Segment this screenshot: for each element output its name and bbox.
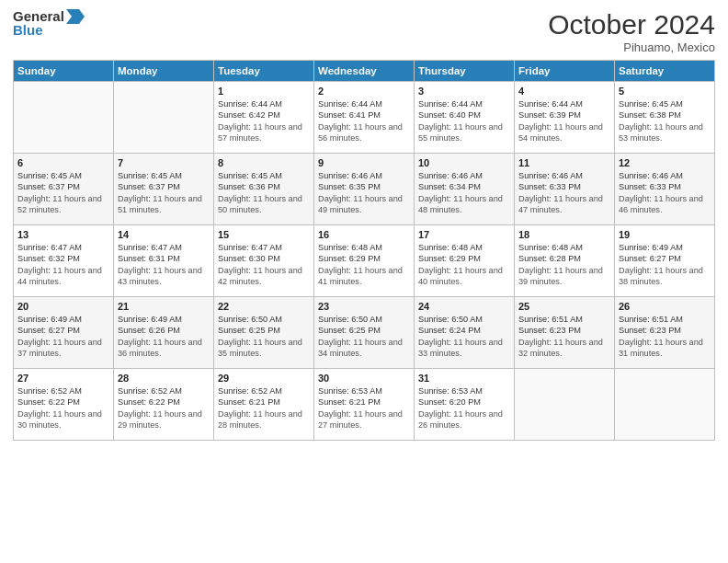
header: General Blue October 2024 Pihuamo, Mexic… [13, 9, 715, 54]
day-info-line: Sunrise: 6:47 AM [118, 242, 210, 253]
day-info-line: Sunset: 6:29 PM [318, 253, 410, 264]
day-info-line: Sunrise: 6:51 AM [518, 314, 610, 325]
day-number: 12 [619, 157, 711, 168]
day-info-line: Sunrise: 6:46 AM [518, 170, 610, 181]
week-row: 27Sunrise: 6:52 AMSunset: 6:22 PMDayligh… [14, 369, 715, 441]
weekday-header: Monday [114, 61, 214, 82]
svg-marker-0 [66, 9, 85, 24]
day-info-line: Sunrise: 6:50 AM [318, 314, 410, 325]
day-number: 15 [218, 229, 310, 240]
day-info-line: Sunset: 6:25 PM [318, 325, 410, 336]
day-info-line: Sunrise: 6:52 AM [17, 385, 109, 396]
day-number: 18 [518, 229, 610, 240]
header-row: SundayMondayTuesdayWednesdayThursdayFrid… [14, 61, 715, 82]
logo-group: General Blue [13, 9, 85, 38]
day-info-line: Daylight: 11 hours and 29 minutes. [118, 408, 210, 431]
calendar-cell: 7Sunrise: 6:45 AMSunset: 6:37 PMDaylight… [114, 154, 214, 225]
day-info-line: Daylight: 11 hours and 30 minutes. [17, 408, 109, 431]
day-info-line: Daylight: 11 hours and 52 minutes. [17, 193, 109, 216]
month-title: October 2024 [548, 9, 715, 40]
day-info-line: Daylight: 11 hours and 46 minutes. [619, 193, 711, 216]
day-info-line: Sunrise: 6:48 AM [518, 242, 610, 253]
calendar-cell: 24Sunrise: 6:50 AMSunset: 6:24 PMDayligh… [415, 297, 515, 369]
day-info-line: Sunrise: 6:44 AM [418, 98, 510, 109]
day-number: 28 [118, 373, 210, 384]
day-info-line: Daylight: 11 hours and 40 minutes. [418, 265, 510, 288]
day-info-line: Daylight: 11 hours and 38 minutes. [619, 265, 711, 288]
week-row: 13Sunrise: 6:47 AMSunset: 6:32 PMDayligh… [14, 225, 715, 297]
calendar-cell [14, 82, 114, 154]
day-info-line: Sunrise: 6:46 AM [318, 170, 410, 181]
day-info-line: Sunset: 6:27 PM [619, 253, 711, 264]
day-number: 1 [218, 86, 310, 97]
weekday-header: Friday [515, 61, 615, 82]
calendar-cell: 14Sunrise: 6:47 AMSunset: 6:31 PMDayligh… [114, 225, 214, 297]
calendar-cell [114, 82, 214, 154]
day-info-line: Daylight: 11 hours and 50 minutes. [218, 193, 310, 216]
day-number: 25 [518, 301, 610, 312]
calendar-cell: 12Sunrise: 6:46 AMSunset: 6:33 PMDayligh… [615, 154, 715, 225]
calendar-cell: 21Sunrise: 6:49 AMSunset: 6:26 PMDayligh… [114, 297, 214, 369]
calendar-cell: 25Sunrise: 6:51 AMSunset: 6:23 PMDayligh… [515, 297, 615, 369]
day-info-line: Sunset: 6:33 PM [518, 181, 610, 192]
weekday-header: Thursday [415, 61, 515, 82]
calendar-cell: 15Sunrise: 6:47 AMSunset: 6:30 PMDayligh… [214, 225, 314, 297]
calendar-cell: 28Sunrise: 6:52 AMSunset: 6:22 PMDayligh… [114, 369, 214, 441]
calendar-cell: 9Sunrise: 6:46 AMSunset: 6:35 PMDaylight… [314, 154, 415, 225]
day-info-line: Sunrise: 6:53 AM [418, 385, 510, 396]
day-info-line: Sunset: 6:27 PM [17, 325, 109, 336]
day-info-line: Daylight: 11 hours and 32 minutes. [518, 337, 610, 360]
calendar-cell [615, 369, 715, 441]
day-number: 5 [619, 86, 711, 97]
day-info-line: Sunrise: 6:50 AM [218, 314, 310, 325]
weekday-header: Wednesday [314, 61, 415, 82]
day-number: 21 [118, 301, 210, 312]
logo-blue: Blue [13, 23, 43, 39]
day-info-line: Sunrise: 6:48 AM [418, 242, 510, 253]
day-info-line: Sunset: 6:37 PM [118, 181, 210, 192]
calendar-cell [515, 369, 615, 441]
day-info-line: Sunset: 6:38 PM [619, 109, 711, 121]
day-info-line: Sunset: 6:40 PM [418, 109, 510, 121]
day-info-line: Daylight: 11 hours and 44 minutes. [17, 265, 109, 288]
day-info-line: Daylight: 11 hours and 55 minutes. [418, 121, 510, 144]
calendar-cell: 8Sunrise: 6:45 AMSunset: 6:36 PMDaylight… [214, 154, 314, 225]
calendar-cell: 23Sunrise: 6:50 AMSunset: 6:25 PMDayligh… [314, 297, 415, 369]
day-info-line: Sunset: 6:22 PM [17, 396, 109, 408]
day-info-line: Daylight: 11 hours and 41 minutes. [318, 265, 410, 288]
calendar-cell: 20Sunrise: 6:49 AMSunset: 6:27 PMDayligh… [14, 297, 114, 369]
day-info-line: Sunset: 6:21 PM [318, 396, 410, 408]
day-info-line: Sunrise: 6:44 AM [518, 98, 610, 109]
day-info-line: Sunset: 6:25 PM [218, 325, 310, 336]
day-number: 30 [318, 373, 410, 384]
weekday-header: Saturday [615, 61, 715, 82]
day-info-line: Daylight: 11 hours and 51 minutes. [118, 193, 210, 216]
day-number: 19 [619, 229, 711, 240]
title-block: October 2024 Pihuamo, Mexico [548, 9, 715, 54]
day-number: 17 [418, 229, 510, 240]
location-subtitle: Pihuamo, Mexico [548, 40, 715, 54]
day-info-line: Sunrise: 6:45 AM [118, 170, 210, 181]
day-info-line: Sunrise: 6:50 AM [418, 314, 510, 325]
day-number: 23 [318, 301, 410, 312]
calendar-cell: 30Sunrise: 6:53 AMSunset: 6:21 PMDayligh… [314, 369, 415, 441]
calendar-cell: 1Sunrise: 6:44 AMSunset: 6:42 PMDaylight… [214, 82, 314, 154]
day-number: 11 [518, 157, 610, 168]
calendar-cell: 11Sunrise: 6:46 AMSunset: 6:33 PMDayligh… [515, 154, 615, 225]
day-info-line: Sunset: 6:35 PM [318, 181, 410, 192]
day-info-line: Daylight: 11 hours and 26 minutes. [418, 408, 510, 431]
day-info-line: Sunset: 6:24 PM [418, 325, 510, 336]
day-info-line: Daylight: 11 hours and 27 minutes. [318, 408, 410, 431]
day-number: 9 [318, 157, 410, 168]
day-info-line: Daylight: 11 hours and 47 minutes. [518, 193, 610, 216]
day-info-line: Daylight: 11 hours and 42 minutes. [218, 265, 310, 288]
day-number: 29 [218, 373, 310, 384]
calendar-cell: 18Sunrise: 6:48 AMSunset: 6:28 PMDayligh… [515, 225, 615, 297]
day-info-line: Sunset: 6:41 PM [318, 109, 410, 121]
calendar-cell: 29Sunrise: 6:52 AMSunset: 6:21 PMDayligh… [214, 369, 314, 441]
day-number: 10 [418, 157, 510, 168]
day-number: 3 [418, 86, 510, 97]
day-number: 7 [118, 157, 210, 168]
weekday-header: Tuesday [214, 61, 314, 82]
calendar-cell: 10Sunrise: 6:46 AMSunset: 6:34 PMDayligh… [415, 154, 515, 225]
